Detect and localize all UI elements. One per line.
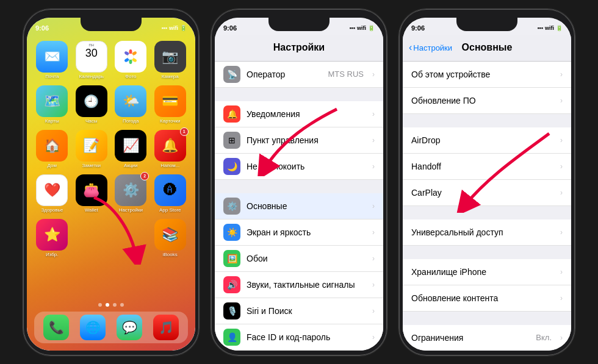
icon-wallpaper: 🖼️ [223, 250, 240, 267]
chevron-carplay: › [560, 188, 563, 197]
label-display: Экран и яркость [247, 227, 364, 237]
row-dnd[interactable]: 🌙 Не беспокоить › [215, 154, 383, 180]
chevron-about: › [560, 70, 563, 79]
app-icon-img-wallet: 👛 [76, 174, 107, 206]
app-notes[interactable]: 📝 Заметки [75, 130, 109, 168]
general-nav-bar: ‹ Настройки Основные [403, 35, 571, 62]
app-stocks[interactable]: 📈 Акции [114, 130, 148, 168]
row-about[interactable]: Об этом устройстве › [403, 62, 571, 88]
app-photos[interactable]: Фото [114, 41, 148, 79]
notch-1 [81, 18, 142, 31]
icon-control: ⊞ [223, 132, 240, 149]
icon-operator: 📡 [223, 66, 240, 83]
app-camera[interactable]: 📷 Камера [154, 41, 187, 79]
row-restrictions[interactable]: Ограничения Вкл. › [403, 325, 571, 351]
chevron-wallpaper: › [372, 254, 375, 263]
row-general[interactable]: ⚙️ Основные › [215, 193, 383, 219]
label-control: Пункт управления [247, 135, 364, 145]
app-card[interactable]: 💳 Карточки [154, 85, 187, 124]
app-icon-img-mail: ✉️ [36, 41, 68, 73]
app-health[interactable]: ❤️ Здоровье [35, 174, 69, 213]
row-background[interactable]: Обновление контента › [403, 285, 571, 312]
app-icon-img-calendar: ПН 30 [76, 41, 107, 73]
row-accessibility[interactable]: Универсальный доступ › [403, 219, 571, 246]
app-icon-img-health: ❤️ [36, 174, 68, 206]
icon-faceid: 👤 [223, 329, 240, 346]
signal-icon-2: ▪▪▪ [349, 25, 355, 31]
icon-notifications: 🔔 [223, 105, 240, 123]
app-featured[interactable]: ⭐ Избр. [35, 219, 69, 257]
chevron-airdrop: › [560, 136, 563, 145]
app-label-notes: Заметки [82, 163, 101, 168]
app-appstore[interactable]: 🅐 App Store [154, 174, 187, 213]
dock-music[interactable]: 🎵 [153, 315, 179, 340]
phone-2: 9:06 ▪▪▪ wifi 🔋 Настройки 📡 Оператор MTS… [211, 9, 387, 356]
dock-safari[interactable]: 🌐 [80, 315, 106, 340]
chevron-general: › [372, 202, 375, 210]
time-3: 9:06 [411, 24, 425, 32]
phone-2-screen: 9:06 ▪▪▪ wifi 🔋 Настройки 📡 Оператор MTS… [215, 18, 383, 351]
row-airdrop[interactable]: AirDrop › [403, 127, 571, 154]
app-label-wallet: Wallet [85, 207, 98, 213]
dot-3 [113, 303, 117, 307]
settings-nav-bar: Настройки [215, 35, 383, 62]
chevron-accessibility: › [560, 228, 563, 237]
label-operator: Оператор [247, 70, 322, 79]
chevron-handoff: › [560, 162, 563, 171]
row-update[interactable]: Обновление ПО › [403, 88, 571, 114]
page-dots [27, 303, 195, 307]
row-carplay[interactable]: CarPlay › [403, 180, 571, 206]
notch-2 [268, 18, 330, 31]
label-about: Об этом устройстве [411, 70, 552, 79]
label-background: Обновление контента [411, 293, 552, 303]
settings-list: 📡 Оператор MTS RUS › 🔔 Уведомления › ⊞ П… [215, 62, 383, 351]
app-settings[interactable]: ⚙️ 2 Настройки [114, 174, 148, 213]
label-faceid: Face ID и код-пароль [247, 332, 364, 342]
back-button[interactable]: ‹ Настройки [409, 42, 452, 53]
row-operator[interactable]: 📡 Оператор MTS RUS › [215, 62, 383, 88]
time-2: 9:06 [223, 24, 237, 32]
spacer-g2 [403, 206, 571, 219]
row-faceid[interactable]: 👤 Face ID и код-пароль › [215, 324, 383, 351]
badge-settings: 2 [140, 172, 149, 180]
app-mail[interactable]: ✉️ Почта [35, 41, 69, 79]
dock-phone[interactable]: 📞 [43, 315, 69, 340]
svg-point-8 [128, 54, 134, 60]
phone-1-screen: 9:06 ▪▪▪ wifi 🔋 ✉️ Почта ПН [27, 18, 195, 351]
chevron-sounds: › [372, 280, 375, 289]
row-sounds[interactable]: 🔊 Звуки, тактильные сигналы › [215, 272, 383, 298]
app-label-books: iBooks [163, 252, 178, 257]
row-wallpaper[interactable]: 🖼️ Обои › [215, 246, 383, 272]
app-icon-img-camera: 📷 [154, 41, 186, 73]
app-icon-img-appstore: 🅐 [154, 174, 186, 206]
svg-point-2 [129, 49, 132, 54]
icon-general: ⚙️ [223, 198, 240, 215]
dock-messages[interactable]: 💬 [117, 315, 142, 340]
row-display[interactable]: ☀️ Экран и яркость › [215, 219, 383, 246]
label-carplay: CarPlay [411, 188, 552, 198]
app-icon-img-home: 🏠 [36, 130, 68, 162]
app-calendar[interactable]: ПН 30 Календарь [75, 41, 109, 79]
app-label-reminders: Напом... [160, 163, 179, 168]
notch-3 [456, 18, 517, 31]
app-reminders[interactable]: 🔔 1 Напом... [154, 130, 187, 168]
label-update: Обновление ПО [411, 96, 552, 105]
app-clock[interactable]: 🕘 Часы [75, 85, 109, 124]
row-siri[interactable]: 🎙️ Siri и Поиск › [215, 298, 383, 324]
app-wallet[interactable]: 👛 Wallet [75, 174, 109, 213]
row-notifications[interactable]: 🔔 Уведомления › [215, 101, 383, 127]
app-label-maps: Карты [45, 118, 59, 124]
row-handoff[interactable]: Handoff › [403, 154, 571, 180]
app-label-card: Карточки [160, 118, 180, 124]
app-maps[interactable]: 🗺️ Карты [35, 85, 69, 124]
row-control[interactable]: ⊞ Пункт управления › [215, 127, 383, 154]
chevron-restrictions: › [560, 334, 563, 342]
row-storage[interactable]: Хранилище iPhone › [403, 259, 571, 285]
battery-icon-3: 🔋 [556, 25, 563, 31]
app-icon-img-stocks: 📈 [115, 130, 146, 162]
chevron-dnd: › [372, 162, 375, 171]
app-weather[interactable]: 🌤️ Погода [114, 85, 148, 124]
signal-icon-3: ▪▪▪ [537, 25, 543, 31]
app-books[interactable]: 📚 iBooks [154, 219, 187, 257]
app-home[interactable]: 🏠 Дом [35, 130, 69, 168]
